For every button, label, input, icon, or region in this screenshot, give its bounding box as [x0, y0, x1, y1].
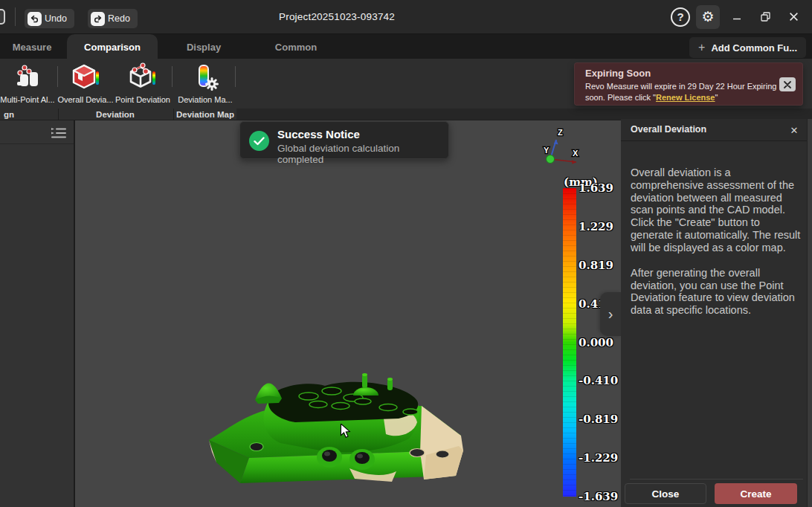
notification-text-post: "	[715, 93, 718, 102]
scale-tick: 1.639	[579, 182, 618, 194]
minimize-button[interactable]	[726, 6, 748, 28]
create-button[interactable]: Create	[715, 483, 797, 504]
notification-close-button[interactable]	[779, 77, 796, 91]
axes-indicator: Z Y X	[535, 125, 595, 170]
toolbar-item-multi-point-alignment[interactable]: Multi-Point Al...	[0, 62, 56, 104]
revo-measure-window: Undo Redo Project20251023-093742 ? ⚙ Mea…	[0, 0, 812, 507]
close-window-button[interactable]	[782, 6, 805, 28]
toolbar-item-label: Point Deviation	[115, 95, 170, 104]
group-label-deviation: Deviation	[59, 109, 172, 120]
group-row-filler	[236, 109, 812, 120]
cropped-toolbar-icon	[0, 9, 5, 25]
overall-deviation-panel: Overall Deviation ✕ Overall deviation is…	[621, 119, 812, 507]
undo-label: Undo	[45, 13, 67, 24]
chevron-right-icon: ›	[608, 306, 613, 323]
toolbar-divider	[172, 66, 173, 87]
deviation-map-icon	[190, 62, 220, 92]
help-icon[interactable]: ?	[671, 7, 690, 27]
redo-button[interactable]: Redo	[88, 9, 138, 28]
undo-icon	[28, 12, 42, 26]
add-common-function-label: Add Common Fu...	[711, 42, 797, 54]
mouse-cursor	[338, 424, 352, 441]
axis-x-label: X	[573, 149, 579, 158]
panel-paragraph-1: Overall deviation is a comprehensive ass…	[631, 167, 803, 254]
plus-icon: +	[698, 41, 705, 54]
scale-tick: -1.639	[579, 491, 618, 503]
group-divider	[58, 109, 59, 120]
multi-point-align-icon	[13, 62, 42, 92]
tab-comparison[interactable]: Comparison	[67, 34, 158, 59]
panel-description: Overall deviation is a comprehensive ass…	[631, 167, 803, 317]
3d-viewport[interactable]: Success Notice Global deviation calculat…	[77, 120, 621, 507]
color-scale-ticks: 1.639 1.229 0.819 0.41 0.000 -0.410 -0.8…	[579, 182, 618, 503]
scale-tick: 1.229	[579, 221, 618, 233]
toolbar-divider	[235, 66, 236, 87]
group-label-deviation-map: Deviation Map	[174, 109, 236, 120]
panel-scrollbar[interactable]	[807, 119, 812, 507]
axis-z-label: Z	[558, 128, 563, 137]
tree-view-icon[interactable]	[50, 125, 68, 140]
scale-tick: -1.229	[579, 452, 618, 464]
window-title: Project20251023-093742	[233, 0, 441, 33]
gear-icon[interactable]: ⚙	[696, 5, 720, 29]
toolbar-item-deviation-map[interactable]: Deviation Ma...	[177, 62, 233, 104]
toolbar-item-overall-deviation[interactable]: Overall Devia...	[57, 62, 114, 104]
tab-measure[interactable]: Measure	[0, 34, 64, 59]
panel-header: Overall Deviation ✕	[621, 119, 812, 141]
sidebar-header	[0, 120, 74, 144]
group-divider	[173, 109, 174, 120]
panel-footer-divider	[630, 479, 803, 479]
toolbar-item-label: Multi-Point Al...	[0, 95, 54, 104]
group-label-align: gn	[0, 109, 30, 120]
panel-title: Overall Deviation	[631, 124, 706, 135]
redo-label: Redo	[108, 13, 130, 24]
tab-common[interactable]: Common	[260, 34, 332, 59]
title-bar: Undo Redo Project20251023-093742 ? ⚙	[0, 0, 812, 33]
toast-title: Success Notice	[277, 128, 360, 141]
success-check-icon	[249, 131, 269, 151]
toolbar-item-label: Deviation Ma...	[178, 95, 232, 104]
scale-tick: 0.819	[579, 259, 618, 271]
notification-title: Expiring Soon	[585, 68, 651, 79]
panel-expand-handle[interactable]: ›	[600, 292, 621, 336]
model-tree-sidebar	[0, 120, 75, 507]
titlebar-divider	[15, 7, 16, 26]
tab-display[interactable]: Display	[170, 34, 238, 59]
ribbon-tab-bar: Measure Comparison Display Common + Add …	[0, 33, 812, 59]
scale-tick: -0.410	[579, 375, 618, 387]
toolbar-item-label: Overall Devia...	[57, 95, 113, 104]
scale-tick: -0.819	[579, 413, 618, 425]
panel-paragraph-2: After generating the overall deviation, …	[631, 267, 803, 317]
toolbar-divider	[57, 66, 58, 87]
axis-y-label: Y	[544, 146, 550, 155]
renew-license-link[interactable]: Renew License	[656, 93, 715, 102]
undo-button[interactable]: Undo	[25, 9, 74, 28]
redo-icon	[91, 12, 105, 26]
success-toast: Success Notice Global deviation calculat…	[239, 121, 449, 159]
close-button[interactable]: Close	[625, 483, 706, 504]
overall-deviation-icon	[71, 62, 100, 92]
toolbar-item-point-deviation[interactable]: Point Deviation	[115, 62, 171, 104]
toolbar-group-row: gn Deviation Deviation Map	[0, 109, 812, 120]
panel-close-icon[interactable]: ✕	[787, 123, 802, 138]
toast-message: Global deviation calculation completed	[277, 143, 448, 165]
scale-tick: 0.000	[579, 337, 618, 349]
notification-body: Revo Measure will expire in 29 Day 22 Ho…	[585, 81, 777, 103]
add-common-function-button[interactable]: + Add Common Fu...	[689, 37, 806, 58]
point-deviation-icon	[128, 62, 158, 92]
color-scale-bar	[563, 188, 576, 497]
restore-button[interactable]	[754, 6, 776, 28]
license-expiring-notification: Expiring Soon Revo Measure will expire i…	[574, 62, 803, 106]
